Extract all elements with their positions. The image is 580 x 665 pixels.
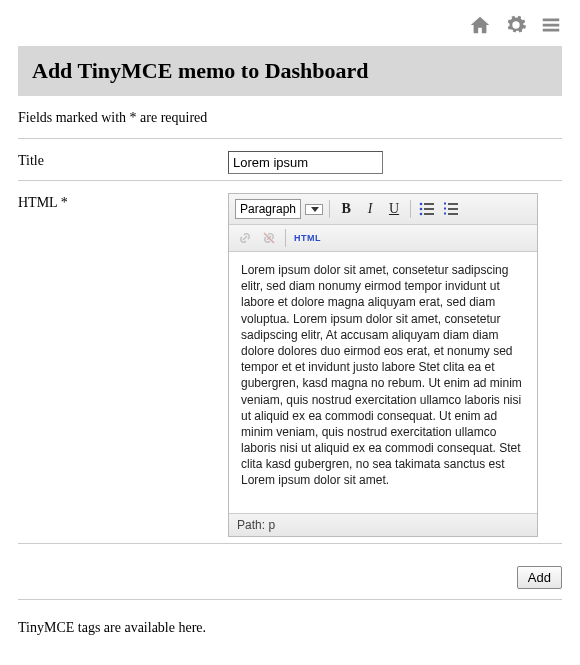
- title-row: Title: [18, 151, 562, 174]
- format-select-value: Paragraph: [240, 202, 296, 216]
- unlink-button: [259, 229, 279, 247]
- tags-note[interactable]: TinyMCE tags are available here.: [18, 612, 562, 636]
- html-label: HTML *: [18, 193, 228, 211]
- toolbar-divider: [329, 200, 330, 218]
- divider: [18, 543, 562, 544]
- add-button[interactable]: Add: [517, 566, 562, 589]
- svg-rect-1: [424, 203, 434, 205]
- bold-button[interactable]: B: [336, 200, 356, 218]
- menu-icon[interactable]: [540, 14, 562, 40]
- svg-rect-5: [424, 213, 434, 215]
- underline-button[interactable]: U: [384, 200, 404, 218]
- divider: [18, 138, 562, 139]
- svg-rect-11: [444, 213, 446, 215]
- italic-button[interactable]: I: [360, 200, 380, 218]
- svg-rect-9: [444, 203, 446, 205]
- editor-path-bar: Path: p: [229, 513, 537, 536]
- editor-toolbar-row2: HTML: [229, 225, 537, 252]
- numbered-list-button[interactable]: [441, 200, 461, 218]
- svg-point-4: [420, 213, 423, 216]
- path-label: Path:: [237, 518, 265, 532]
- divider: [18, 180, 562, 181]
- bullet-list-button[interactable]: [417, 200, 437, 218]
- page-title: Add TinyMCE memo to Dashboard: [32, 58, 548, 84]
- format-select[interactable]: Paragraph: [235, 199, 301, 219]
- rich-text-editor: Paragraph B I U: [228, 193, 538, 537]
- editor-toolbar-row1: Paragraph B I U: [229, 194, 537, 225]
- format-select-caret[interactable]: [305, 204, 323, 215]
- svg-point-0: [420, 203, 423, 206]
- html-source-button[interactable]: HTML: [292, 229, 323, 247]
- link-button: [235, 229, 255, 247]
- top-icon-bar: [18, 10, 562, 46]
- svg-rect-10: [444, 208, 446, 210]
- editor-content[interactable]: Lorem ipsum dolor sit amet, consetetur s…: [229, 252, 537, 513]
- svg-point-2: [420, 208, 423, 211]
- toolbar-divider: [285, 229, 286, 247]
- gear-icon[interactable]: [505, 14, 527, 40]
- form-actions: Add: [18, 556, 562, 595]
- svg-rect-7: [448, 208, 458, 210]
- path-value[interactable]: p: [268, 518, 275, 532]
- page-title-bar: Add TinyMCE memo to Dashboard: [18, 46, 562, 96]
- required-hint: Fields marked with * are required: [18, 96, 562, 134]
- chevron-down-icon: [311, 207, 319, 212]
- home-icon[interactable]: [469, 14, 491, 40]
- svg-rect-3: [424, 208, 434, 210]
- toolbar-divider: [410, 200, 411, 218]
- html-row: HTML * Paragraph B I U: [18, 193, 562, 537]
- svg-rect-8: [448, 213, 458, 215]
- title-label: Title: [18, 151, 228, 169]
- divider: [18, 599, 562, 600]
- svg-rect-6: [448, 203, 458, 205]
- title-input[interactable]: [228, 151, 383, 174]
